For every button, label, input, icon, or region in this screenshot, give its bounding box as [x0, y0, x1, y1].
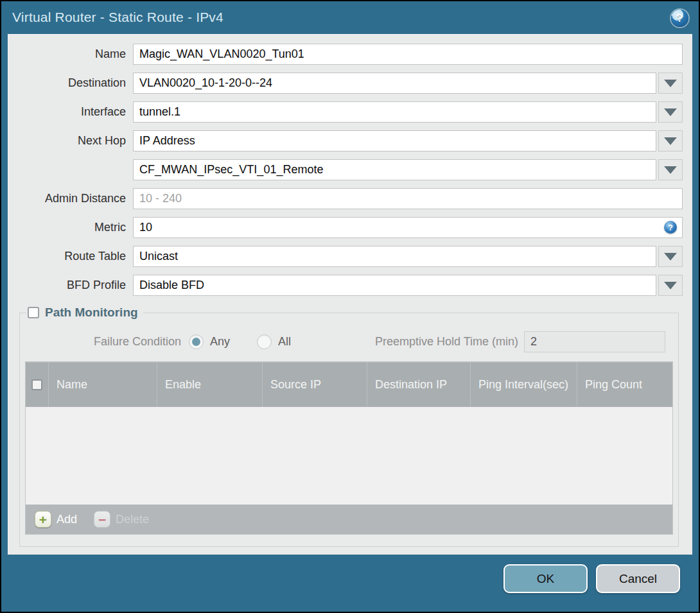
path-monitoring-checkbox[interactable] [28, 307, 39, 318]
column-header-enable: Enable [157, 362, 262, 407]
chevron-down-icon [664, 282, 677, 289]
next-hop-type-input[interactable] [133, 130, 656, 151]
metric-label: Metric [8, 221, 133, 234]
table-body-empty [26, 407, 672, 505]
preemptive-hold-time-input[interactable] [524, 331, 665, 352]
name-label: Name [8, 47, 133, 61]
chevron-down-icon [664, 166, 677, 174]
column-header-ping-count: Ping Count [577, 362, 672, 407]
column-header-name: Name [48, 362, 157, 407]
column-header-source-ip: Source IP [262, 362, 367, 407]
route-table-dropdown-button[interactable] [658, 246, 683, 267]
dialog-titlebar: Virtual Router - Static Route - IPv4 ? [1, 1, 699, 34]
radio-all[interactable] [257, 334, 272, 349]
column-header-ping-interval: Ping Interval(sec) [470, 362, 577, 407]
dialog-body: Name Destination Interface [8, 34, 692, 555]
form-row-interface: Interface [8, 101, 692, 123]
radio-any[interactable] [189, 334, 204, 349]
dialog-frame: Virtual Router - Static Route - IPv4 ? N… [1, 1, 699, 612]
path-monitoring-title: Path Monitoring [45, 306, 138, 320]
add-button-label: Add [57, 513, 77, 526]
interface-dropdown-button[interactable] [658, 101, 683, 123]
interface-input[interactable] [133, 101, 656, 123]
interface-label: Interface [8, 105, 133, 119]
radio-any-label: Any [210, 335, 230, 349]
add-button[interactable]: + Add [35, 511, 77, 528]
form-row-admin-distance: Admin Distance [8, 188, 692, 209]
failure-condition-radio-group: Any All [189, 334, 291, 349]
path-monitoring-legend: Path Monitoring [26, 306, 143, 320]
destination-label: Destination [8, 76, 133, 90]
next-hop-address-input[interactable] [133, 159, 656, 180]
chevron-down-icon [664, 253, 677, 261]
metric-input[interactable] [133, 217, 683, 238]
delete-button[interactable]: − Delete [94, 511, 149, 528]
route-table-input[interactable] [133, 246, 656, 267]
table-toolbar: + Add − Delete [26, 505, 672, 534]
path-monitoring-options-row: Failure Condition Any All Preemptive Hol… [25, 331, 665, 352]
bfd-profile-input[interactable] [133, 275, 656, 296]
form-row-next-hop: Next Hop [8, 130, 692, 151]
path-monitoring-table: Name Enable Source IP Destination IP Pin… [25, 361, 673, 535]
radio-all-label: All [278, 335, 291, 349]
help-icon[interactable]: ? [671, 10, 688, 27]
dialog-title: Virtual Router - Static Route - IPv4 [12, 10, 223, 25]
chevron-down-icon [664, 80, 677, 87]
preemptive-hold-time-label: Preemptive Hold Time (min) [375, 335, 524, 349]
chevron-down-icon [664, 108, 677, 116]
failure-condition-label: Failure Condition [25, 335, 189, 349]
table-header-checkbox-cell [26, 362, 48, 407]
destination-dropdown-button[interactable] [658, 73, 683, 94]
metric-help-icon[interactable]: ? [664, 221, 677, 234]
form-row-bfd-profile: BFD Profile [8, 275, 692, 296]
admin-distance-input[interactable] [133, 188, 683, 209]
bfd-profile-label: BFD Profile [8, 279, 133, 292]
minus-icon: − [94, 511, 110, 528]
next-hop-type-dropdown-button[interactable] [658, 130, 683, 151]
path-monitoring-section: Path Monitoring Failure Condition Any Al… [19, 306, 679, 547]
table-header: Name Enable Source IP Destination IP Pin… [26, 362, 672, 407]
admin-distance-label: Admin Distance [8, 192, 133, 205]
ok-button[interactable]: OK [503, 564, 588, 593]
failure-condition-all-option[interactable]: All [257, 334, 291, 349]
form-row-name: Name [8, 44, 692, 65]
bfd-profile-dropdown-button[interactable] [658, 275, 683, 296]
name-input[interactable] [133, 44, 683, 65]
form-row-destination: Destination [8, 73, 692, 94]
next-hop-address-dropdown-button[interactable] [658, 159, 683, 180]
delete-button-label: Delete [116, 513, 149, 526]
form-row-metric: Metric ? [8, 217, 692, 238]
route-table-label: Route Table [8, 250, 133, 263]
column-header-destination-ip: Destination IP [367, 362, 470, 407]
destination-input[interactable] [133, 73, 656, 94]
cancel-button[interactable]: Cancel [596, 564, 680, 593]
select-all-checkbox[interactable] [31, 379, 42, 390]
next-hop-label: Next Hop [8, 134, 133, 148]
chevron-down-icon [664, 137, 677, 145]
form-row-route-table: Route Table [8, 246, 692, 267]
plus-icon: + [35, 511, 51, 528]
form-row-next-hop-address [8, 159, 692, 180]
failure-condition-any-option[interactable]: Any [189, 334, 230, 349]
